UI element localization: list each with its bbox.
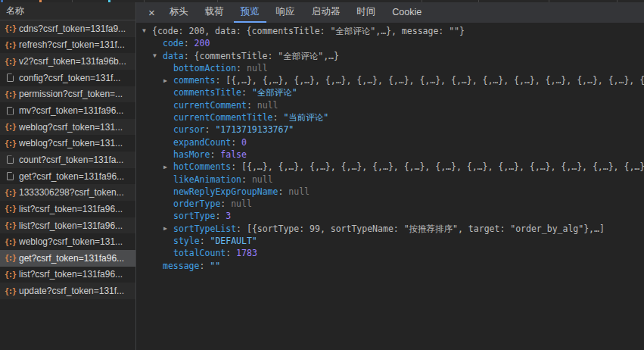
overview-tick — [217, 0, 218, 2]
json-line: newReplyExpGroupName: null — [142, 186, 644, 198]
json-value: "" — [210, 261, 220, 271]
json-value: : — [241, 174, 252, 185]
name-column-label: 名称 — [6, 5, 24, 17]
json-value: 1783 — [236, 248, 257, 258]
json-value: : — [215, 211, 226, 221]
json-line: currentComment: null — [142, 99, 644, 111]
tab-preview[interactable]: 预览 — [234, 2, 266, 23]
overview-request-dot — [108, 0, 110, 2]
request-row[interactable]: {:}list?csrf_token=131fa96... — [0, 217, 135, 234]
request-row[interactable]: count?csrf_token=131fa... — [0, 152, 135, 168]
json-value: : — [210, 149, 220, 160]
json-value: : — [278, 186, 288, 197]
request-label: mv?csrf_token=131fa96... — [19, 105, 132, 116]
request-row[interactable]: config?csrf_token=131f... — [0, 70, 135, 86]
json-line: cursor: "1713719133767" — [142, 123, 644, 136]
json-braces-icon: {:} — [5, 189, 16, 197]
request-label: permission?csrf_token=... — [19, 89, 132, 99]
json-key: hotComments — [173, 161, 231, 172]
overview-tick — [478, 0, 479, 2]
json-braces-icon: {:} — [5, 287, 16, 295]
json-line: commentsTitle: "全部评论" — [142, 86, 644, 98]
tree-arrow-icon[interactable]: ▼ — [142, 25, 152, 37]
json-value: null — [288, 186, 310, 197]
request-label: get?csrf_token=131fa96... — [19, 171, 132, 182]
json-line: ▼{code: 200, data: {commentsTitle: "全部评论… — [142, 25, 644, 37]
tab-initiator[interactable]: 启动器 — [305, 2, 347, 23]
request-row[interactable]: {:}permission?csrf_token=... — [0, 86, 135, 103]
request-row[interactable]: {:}weblog?csrf_token=131... — [0, 233, 135, 250]
document-icon — [5, 172, 16, 180]
tab-timing[interactable]: 时间 — [350, 2, 382, 23]
request-label: config?csrf_token=131f... — [19, 73, 132, 83]
request-row[interactable]: {:}v2?csrf_token=131fa96b... — [0, 53, 135, 70]
overview-tick — [617, 0, 618, 2]
request-row[interactable]: {:}refresh?csrf_token=131f... — [0, 37, 135, 54]
json-braces-icon: {:} — [5, 41, 16, 49]
preview-json-tree: ▼{code: 200, data: {commentsTitle: "全部评论… — [136, 23, 644, 350]
json-value: [{,…}, {,…}, {,…}, {,…}, {,…}, {,…}, {,…… — [241, 161, 644, 172]
close-icon: × — [148, 6, 155, 19]
json-value: : — [226, 248, 236, 258]
close-details-button[interactable]: × — [142, 2, 161, 23]
json-key: commentsTitle — [173, 87, 241, 98]
tab-cookie[interactable]: Cookie — [385, 2, 428, 23]
overview-tick — [72, 0, 73, 2]
network-main-area: 名称 {:}cdns?csrf_token=131fa9...{:}refres… — [0, 2, 644, 350]
json-line: message: "" — [142, 260, 644, 272]
tree-arrow-icon[interactable]: ▶ — [163, 223, 173, 235]
json-value: "1713719133767" — [215, 124, 294, 135]
json-value: false — [220, 149, 247, 160]
json-key: cursor — [173, 124, 205, 135]
tab-payload[interactable]: 载荷 — [198, 2, 231, 23]
tab-label: 时间 — [356, 5, 375, 18]
overview-tick — [144, 0, 145, 2]
json-line: ▶sortTypeList: [{sortType: 99, sortTypeN… — [142, 223, 644, 235]
request-label: count?csrf_token=131fa... — [19, 155, 132, 165]
request-label: v2?csrf_token=131fa96b... — [19, 56, 132, 67]
json-key: bottomAction — [173, 63, 236, 73]
json-line: totalCount: 1783 — [142, 247, 644, 259]
tab-label: 预览 — [241, 5, 260, 18]
request-row[interactable]: mv?csrf_token=131fa96... — [0, 102, 135, 119]
request-row[interactable]: {:}weblog?csrf_token=131... — [0, 135, 135, 152]
request-row[interactable]: {:}weblog?csrf_token=131... — [0, 119, 135, 136]
request-label: refresh?csrf_token=131f... — [19, 39, 132, 50]
json-line: style: "DEFAULT" — [142, 235, 644, 247]
request-row[interactable]: {:}list?csrf_token=131fa96... — [0, 201, 135, 217]
tree-arrow-icon[interactable]: ▶ — [163, 75, 173, 87]
request-row[interactable]: {:}get?csrf_token=131fa96... — [0, 250, 135, 267]
json-braces-icon: {:} — [5, 205, 16, 213]
json-key: comments — [173, 75, 215, 86]
request-label: weblog?csrf_token=131... — [19, 122, 132, 133]
tree-arrow-icon[interactable]: ▶ — [163, 161, 173, 173]
json-line: currentCommentTitle: "当前评论" — [142, 111, 644, 123]
tab-headers[interactable]: 标头 — [163, 2, 195, 23]
json-braces-icon: {:} — [5, 90, 16, 98]
json-line: bottomAction: null — [142, 62, 644, 74]
tab-response[interactable]: 响应 — [269, 2, 302, 23]
json-key: newReplyExpGroupName — [173, 186, 278, 197]
request-label: cdns?csrf_token=131fa9... — [19, 23, 132, 34]
json-value: : — [184, 38, 194, 48]
request-row[interactable]: {:}list?csrf_token=131fa96... — [0, 267, 135, 283]
request-label: weblog?csrf_token=131... — [19, 138, 132, 148]
json-line: orderType: null — [142, 198, 644, 210]
overview-tick — [422, 0, 422, 2]
json-value: 0 — [241, 137, 247, 148]
name-column-header[interactable]: 名称 — [0, 2, 135, 20]
request-row[interactable]: get?csrf_token=131fa96... — [0, 168, 135, 185]
request-label: list?csrf_token=131fa96... — [19, 220, 132, 231]
json-key: data — [163, 51, 184, 61]
request-row[interactable]: {:}cdns?csrf_token=131fa9... — [0, 20, 135, 37]
json-value: : — [199, 261, 210, 271]
json-value: [{,…}, {,…}, {,…}, {,…}, {,…}, {,…}, {,…… — [226, 75, 644, 86]
json-value: : — [200, 236, 210, 246]
request-row[interactable]: {:}1333306298?csrf_token... — [0, 184, 135, 201]
tree-arrow-icon[interactable]: ▼ — [153, 50, 163, 62]
json-value: : — [236, 63, 247, 73]
overview-request-dot — [39, 0, 42, 2]
request-row[interactable]: {:}update?csrf_token=131f... — [0, 283, 135, 299]
tab-label: Cookie — [392, 7, 422, 17]
document-icon — [5, 73, 16, 82]
